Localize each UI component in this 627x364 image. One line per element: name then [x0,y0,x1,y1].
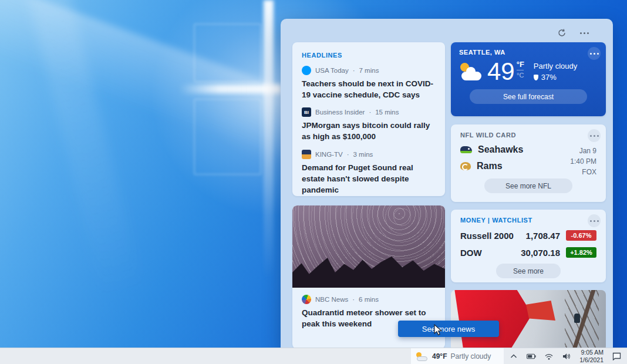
show-hidden-icons-button[interactable] [509,352,518,361]
news-time: 6 mins [359,296,379,303]
taskbar: 49°F Partly cloudy [0,348,627,364]
refresh-button[interactable] [554,25,569,41]
stock-value: 1,708.47 [526,231,560,241]
photo-story-card[interactable] [451,290,606,348]
stock-row[interactable]: DOW 30,070.18 +1.82% [460,247,596,258]
see-more-news-button[interactable]: See more news [398,321,499,337]
nfl-more-options-button[interactable] [588,129,601,142]
news-source-row: BI Business Insider · 15 mins [302,107,436,117]
flyout-topbar [281,19,613,42]
flyout-right-column: SEATTLE, WA 49 °F °C Partly cloudy [451,42,606,348]
news-source-row: NBC News · 6 mins [302,295,436,304]
droplet-icon [534,75,538,80]
more-options-icon [590,135,599,137]
separator: · [353,67,355,74]
stock-change-badge: -0.67% [566,230,596,241]
taskbar-weather-condition: Partly cloudy [450,352,491,360]
windows-logo-horizontal-beam [179,85,282,93]
climber-figure [574,314,580,323]
windows-logo-vertical-beam [264,0,274,279]
weather-temperature: 49 [487,59,515,84]
weather-main-row: 49 °F °C Partly cloudy 37% [459,59,598,84]
news-source: USA Today [315,67,349,74]
game-channel: FOX [570,167,596,177]
stock-name: DOW [460,248,521,258]
weather-location: SEATTLE, WA [459,49,598,56]
news-item[interactable]: KING-TV · 3 mins Demand for Puget Sound … [302,150,436,196]
precipitation-value: 37% [541,73,557,82]
battery-icon [527,353,536,359]
treeline-silhouette [292,254,445,288]
partly-cloudy-icon [416,352,429,361]
clock-date: 1/6/2021 [579,356,604,364]
stock-row[interactable]: Russell 2000 1,708.47 -0.67% [460,230,596,241]
news-source-row: USA Today · 7 mins [302,66,436,75]
battery-tray-icon[interactable] [527,352,536,361]
separator: · [352,296,355,303]
news-headline[interactable]: JPMorgan says bitcoin could rally as hig… [302,120,436,142]
see-full-forecast-button[interactable]: See full forecast [470,89,587,104]
separator: · [369,109,371,116]
clock-time: 9:05 AM [579,349,604,356]
news-source: NBC News [315,296,348,303]
meteor-shower-photo [292,205,445,288]
business-insider-logo-icon: BI [302,107,311,117]
windows-logo-pane [194,23,261,82]
fahrenheit-label[interactable]: °F [517,60,524,69]
team-name: Rams [477,161,503,171]
weather-condition: Partly cloudy [534,62,577,70]
game-time: 1:40 PM [570,156,596,167]
nfl-wild-card: NFL WILD CARD Seahawks Rams Jan 9 1:40 P… [451,124,606,202]
headlines-title: HEADLINES [302,52,436,59]
weather-more-options-button[interactable] [588,47,601,60]
more-options-icon [580,32,589,34]
celsius-label[interactable]: °C [517,72,524,79]
taskbar-weather-button[interactable]: 49°F Partly cloudy [411,348,504,364]
partly-cloudy-icon [459,63,484,80]
news-item[interactable]: USA Today · 7 mins Teachers should be ne… [302,66,436,100]
money-watchlist-card: MONEY | WATCHLIST Russell 2000 1,708.47 … [451,210,606,282]
chevron-up-icon [510,354,517,359]
news-source: KING-TV [315,151,343,158]
separator: · [347,151,349,158]
nfl-card-title: NFL WILD CARD [460,132,596,139]
unit-toggle[interactable]: °F °C [517,60,524,79]
money-card-title: MONEY | WATCHLIST [460,217,596,224]
news-source-row: KING-TV · 3 mins [302,150,436,159]
stock-change-badge: +1.82% [566,247,596,258]
king-tv-logo-icon [302,150,311,159]
action-center-button[interactable] [612,352,621,361]
rams-logo-icon [460,162,471,170]
money-more-options-button[interactable] [588,214,601,227]
see-more-nfl-button[interactable]: See more NFL [484,178,572,193]
unit-divider [517,70,524,70]
news-headline[interactable]: Demand for Puget Sound real estate hasn'… [302,162,436,196]
wifi-icon [545,353,553,360]
team-name: Seahawks [478,144,523,155]
stock-name: Russell 2000 [460,231,526,241]
weather-card: SEATTLE, WA 49 °F °C Partly cloudy [451,42,606,116]
red-sail-photo [526,301,555,321]
network-tray-icon[interactable] [544,352,554,361]
game-info: Jan 9 1:40 PM FOX [570,146,596,177]
news-time: 15 mins [375,109,399,116]
usa-today-logo-icon [302,66,311,75]
volume-tray-icon[interactable] [562,352,571,361]
refresh-icon [557,28,567,38]
precipitation-row: 37% [534,73,577,82]
flyout-left-column: HEADLINES USA Today · 7 mins Teachers sh… [292,42,445,348]
news-item[interactable]: BI Business Insider · 15 mins JPMorgan s… [302,107,436,142]
news-time: 3 mins [353,151,373,158]
game-date: Jan 9 [570,146,596,156]
see-more-money-button[interactable]: See more [496,264,561,278]
news-and-interests-flyout: HEADLINES USA Today · 7 mins Teachers sh… [281,19,613,348]
windows-logo-pane [194,99,261,175]
system-tray: 9:05 AM 1/6/2021 [509,348,627,364]
taskbar-weather-temp: 49°F [432,352,447,360]
news-headline[interactable]: Teachers should be next in COVID-19 vacc… [302,78,436,100]
more-options-icon [590,220,599,222]
news-time: 7 mins [359,67,379,74]
flyout-more-options-button[interactable] [577,25,592,41]
taskbar-clock[interactable]: 9:05 AM 1/6/2021 [579,349,604,364]
weather-condition-block: Partly cloudy 37% [534,62,577,82]
